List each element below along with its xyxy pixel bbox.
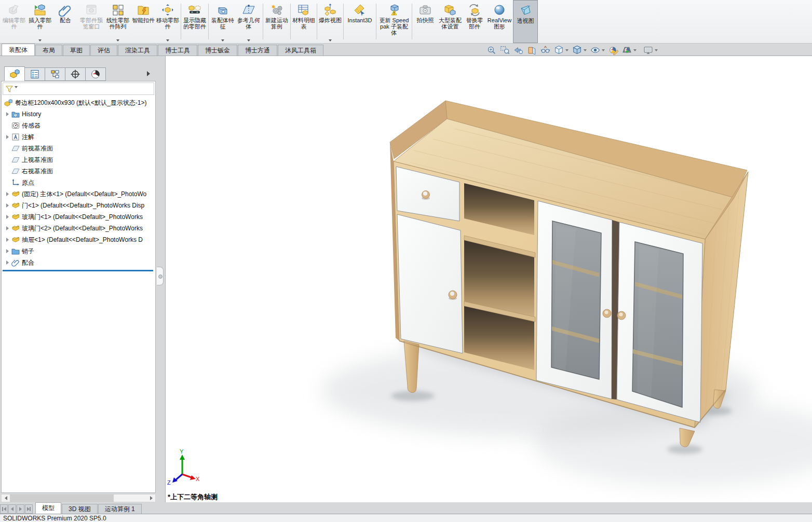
linear-pattern-button[interactable]: 线性零部件阵列 (105, 0, 131, 43)
scroll-right-button[interactable] (147, 494, 155, 502)
previous-tab-button[interactable] (8, 504, 16, 514)
expand-arrow-icon[interactable] (4, 112, 11, 116)
bom-button[interactable]: 材料明细表 (292, 0, 316, 43)
tree-item-history[interactable]: History (2, 108, 155, 120)
exploded-view-button[interactable]: 爆炸视图 (318, 0, 342, 43)
hide-show-items-caret-icon[interactable] (602, 49, 605, 51)
snapshot-button[interactable]: 拍快照 (413, 0, 437, 43)
apply-scene-caret-icon[interactable] (633, 49, 637, 51)
apply-scene-button[interactable] (621, 45, 638, 55)
linear-pattern-caret-icon[interactable] (116, 39, 119, 42)
expand-arrow-icon[interactable] (4, 260, 11, 265)
tree-item-mates[interactable]: 配合 (2, 257, 155, 268)
tab-3d-views[interactable]: 3D 视图 (62, 504, 98, 514)
hide-show-items-button[interactable] (589, 45, 606, 55)
tree-item-sensors[interactable]: 传感器 (2, 120, 155, 131)
manager-tabs-overflow-button[interactable] (144, 70, 153, 78)
expand-arrow-icon[interactable] (4, 249, 11, 253)
open-shelf-compartments[interactable] (464, 183, 535, 370)
tab-boshi-tools[interactable]: 博士工具 (158, 45, 197, 56)
glass-door-1-knob[interactable] (603, 309, 611, 318)
tree-item-origin[interactable]: 原点 (2, 177, 155, 188)
new-motion-study-button[interactable]: 新建运动算例 (264, 0, 289, 43)
tree-filter-input[interactable] (20, 84, 154, 93)
view-settings-button[interactable] (642, 45, 659, 55)
insert-component-button[interactable]: 插入零部件 (27, 0, 53, 43)
scrollbar-track[interactable] (10, 494, 147, 502)
tab-propertymanager[interactable] (24, 67, 45, 81)
zoom-to-fit-button[interactable] (485, 45, 497, 55)
tab-motion-study-1[interactable]: 运动算例 1 (98, 504, 142, 514)
update-speedpak-button[interactable]: 更新 Speedpak 子装配体 (377, 0, 411, 43)
tree-item-right-plane[interactable]: 右视基准面 (2, 166, 155, 177)
drawer-knob[interactable] (422, 191, 430, 200)
glass-door-1[interactable] (536, 201, 612, 399)
replace-components-button[interactable]: 替换零部件 (463, 0, 486, 43)
move-component-button[interactable]: 移动零部件 (156, 0, 180, 43)
tab-layout[interactable]: 布局 (35, 45, 62, 56)
exploded-view-caret-icon[interactable] (329, 39, 332, 42)
panel-horizontal-scrollbar[interactable] (1, 494, 156, 502)
tree-item-glass-door-1[interactable]: 玻璃门<1> (Default<<Default>_PhotoWorks (2, 211, 155, 223)
rollback-bar[interactable] (3, 270, 153, 271)
glass-door-2-knob[interactable] (617, 311, 626, 320)
expand-arrow-icon[interactable] (4, 226, 11, 230)
view-orientation-button[interactable] (553, 45, 570, 55)
mate-button[interactable]: 配合 (53, 0, 78, 43)
tab-featuremanager[interactable] (4, 66, 25, 81)
instant3d-button[interactable]: Instant3D (345, 0, 375, 43)
assembly-features-button[interactable]: 装配体特征 (210, 0, 236, 43)
reference-geometry-button[interactable]: 参考几何体 (236, 0, 262, 43)
assembly-features-caret-icon[interactable] (221, 39, 224, 42)
edit-component-button[interactable]: 编辑零部件 (1, 0, 27, 43)
tab-evaluate[interactable]: 评估 (90, 45, 117, 56)
realview-button[interactable]: RealView图形 (486, 0, 513, 43)
tree-item-annotations[interactable]: 注解 (2, 131, 155, 143)
scroll-left-button[interactable] (2, 494, 10, 502)
filter-caret-icon[interactable] (15, 86, 18, 88)
tree-item-door[interactable]: 门<1> (Default<<Default>_PhotoWorks Disp (2, 200, 155, 211)
last-tab-button[interactable] (25, 504, 33, 514)
tab-dimxpertmanager[interactable] (65, 67, 86, 81)
scrollbar-thumb[interactable] (10, 494, 114, 502)
previous-view-button[interactable] (512, 45, 524, 55)
show-hidden-button[interactable]: 显示隐藏的零部件 (182, 0, 207, 43)
edit-appearance-button[interactable] (607, 45, 619, 55)
tree-item-body[interactable]: (固定) 主体<1> (Default<<Default>_PhotoWo (2, 188, 155, 200)
tab-displaymanager[interactable] (85, 67, 106, 81)
3d-model-cabinet[interactable] (166, 56, 812, 503)
component-preview-button[interactable]: 零部件预览窗口 (78, 0, 105, 43)
smart-fasteners-button[interactable]: 智能扣件 (131, 0, 156, 43)
expand-arrow-icon[interactable] (4, 215, 11, 219)
expand-arrow-icon[interactable] (4, 203, 11, 208)
reference-geometry-caret-icon[interactable] (247, 39, 250, 42)
tree-item-front-plane[interactable]: 前视基准面 (2, 143, 155, 154)
expand-arrow-icon[interactable] (4, 192, 11, 196)
view-settings-caret-icon[interactable] (655, 49, 658, 51)
expand-arrow-icon[interactable] (4, 238, 11, 242)
perspective-button[interactable]: 透视图 (513, 0, 538, 43)
panel-splitter[interactable] (157, 56, 165, 503)
splitter-handle[interactable] (157, 267, 164, 285)
display-style-caret-icon[interactable] (584, 49, 587, 51)
glass-door-2[interactable] (617, 222, 702, 422)
tab-sketch[interactable]: 草图 (63, 45, 90, 56)
tab-mufeng-toolbox[interactable]: 沐风工具箱 (278, 45, 323, 56)
next-tab-button[interactable] (17, 504, 24, 514)
section-view-button[interactable] (526, 45, 538, 55)
insert-component-caret-icon[interactable] (38, 39, 42, 42)
tab-render-tools[interactable]: 渲染工具 (118, 45, 157, 56)
tab-boshi-fangtong[interactable]: 博士方通 (238, 45, 277, 56)
tab-configurationmanager[interactable] (45, 67, 65, 81)
tree-filter[interactable] (3, 83, 154, 95)
tree-item-drawer[interactable]: 抽屉<1> (Default<<Default>_PhotoWorks D (2, 234, 155, 245)
tab-model[interactable]: 模型 (35, 502, 61, 514)
zoom-to-area-button[interactable] (499, 45, 511, 55)
tree-item-pins-folder[interactable]: 销子 (2, 245, 155, 257)
first-tab-button[interactable] (0, 504, 8, 514)
display-style-button[interactable] (571, 45, 588, 55)
hide-show-annotations-button[interactable] (539, 45, 551, 55)
tree-item-root[interactable]: 餐边柜1200x400x930 (默认<默认_显示状态-1>) (2, 97, 155, 108)
large-assembly-button[interactable]: 大型装配体设置 (437, 0, 463, 43)
tree-item-glass-door-2[interactable]: 玻璃门<2> (Default<<Default>_PhotoWorks (2, 223, 155, 234)
